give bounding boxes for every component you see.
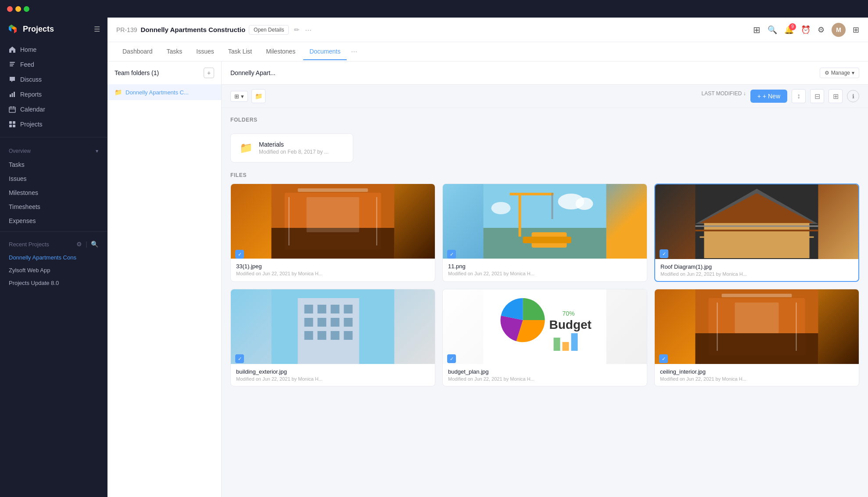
sidebar-sub-expenses[interactable]: Expenses bbox=[0, 214, 107, 228]
project-name: Donnelly Apartments Constructio bbox=[140, 26, 245, 33]
feed-icon bbox=[9, 61, 16, 68]
sidebar-sub-milestones[interactable]: Milestones bbox=[0, 186, 107, 200]
project-tabs: Dashboard Tasks Issues Task List Milesto… bbox=[108, 42, 868, 61]
svg-rect-27 bbox=[523, 237, 571, 243]
sidebar-sub-issues[interactable]: Issues bbox=[0, 172, 107, 186]
file-name-4: budget_plan.jpg bbox=[448, 368, 642, 375]
recent-item-projects-update[interactable]: Projects Update 8.0 bbox=[0, 277, 107, 289]
sidebar-item-reports[interactable]: Reports bbox=[0, 87, 107, 102]
new-folder-button[interactable]: 📁 bbox=[251, 89, 265, 103]
view-grid-icon: ⊞ bbox=[234, 93, 239, 100]
toolbar-left: ⊞ ▾ 📁 bbox=[230, 89, 265, 103]
tab-issues[interactable]: Issues bbox=[190, 43, 220, 60]
traffic-lights bbox=[7, 6, 29, 12]
file-thumbnail-3 bbox=[231, 289, 435, 364]
tab-milestones[interactable]: Milestones bbox=[260, 43, 301, 60]
open-details-button[interactable]: Open Details bbox=[249, 25, 289, 35]
svg-text:Budget: Budget bbox=[549, 318, 592, 331]
avatar[interactable]: M bbox=[832, 23, 846, 37]
svg-rect-50 bbox=[331, 331, 340, 340]
grid-icon[interactable]: ⊞ bbox=[853, 25, 859, 35]
svg-rect-23 bbox=[519, 193, 521, 237]
tab-tasks[interactable]: Tasks bbox=[161, 43, 189, 60]
sidebar-item-calendar[interactable]: Calendar bbox=[0, 102, 107, 117]
calendar-label: Calendar bbox=[20, 106, 45, 113]
sidebar: Projects ☰ Home Feed Discuss Reports bbox=[0, 18, 108, 497]
new-button[interactable]: + + New bbox=[750, 90, 787, 103]
timer-icon[interactable]: ⏰ bbox=[801, 25, 811, 35]
sidebar-item-projects[interactable]: Projects bbox=[0, 117, 107, 132]
sidebar-sub-tasks[interactable]: Tasks bbox=[0, 158, 107, 172]
file-card-0[interactable]: ✓ 33(1).jpeg Modified on Jun 22, 2021 by… bbox=[230, 184, 435, 282]
recent-projects-header: Recent Projects ⚙ | 🔍 bbox=[0, 235, 107, 251]
file-meta-0: Modified on Jun 22, 2021 by Monica H... bbox=[236, 271, 430, 276]
svg-rect-18 bbox=[307, 197, 359, 232]
add-folder-button[interactable]: + bbox=[204, 68, 214, 78]
sidebar-item-home[interactable]: Home bbox=[0, 42, 107, 57]
tab-dashboard[interactable]: Dashboard bbox=[116, 43, 159, 60]
manage-button[interactable]: ⚙ Manage ▾ bbox=[820, 68, 859, 78]
minimize-button[interactable] bbox=[15, 6, 21, 12]
folders-section: FOLDERS 📁 Materials Modified on Feb 8, 2… bbox=[230, 117, 859, 162]
settings-icon[interactable]: ⚙ bbox=[818, 25, 825, 35]
home-label: Home bbox=[20, 46, 36, 53]
file-card-4[interactable]: Budget 70% ✓ bbox=[442, 289, 647, 386]
svg-rect-4 bbox=[12, 93, 13, 97]
notifications-icon[interactable]: 🔔 9 bbox=[784, 25, 794, 35]
add-icon[interactable]: ⊞ bbox=[753, 25, 760, 35]
sidebar-item-discuss[interactable]: Discuss bbox=[0, 72, 107, 87]
close-button[interactable] bbox=[7, 6, 13, 12]
edit-icon[interactable]: ✏ bbox=[294, 26, 300, 34]
chevron-down-icon: ▾ bbox=[852, 70, 854, 76]
svg-rect-45 bbox=[318, 318, 326, 327]
svg-rect-43 bbox=[344, 305, 353, 313]
materials-folder-icon: 📁 bbox=[240, 142, 253, 154]
tabs-more-icon[interactable]: ⋯ bbox=[348, 44, 360, 60]
view-toggle-button[interactable]: ⊞ ▾ bbox=[230, 91, 248, 102]
home-icon bbox=[9, 46, 16, 53]
sort-direction-button[interactable]: ↕ bbox=[792, 89, 806, 103]
file-check-1: ✓ bbox=[447, 250, 456, 259]
menu-icon[interactable]: ☰ bbox=[94, 25, 100, 33]
file-meta-2: Modified on Jun 22, 2021 by Monica H... bbox=[660, 271, 853, 277]
sort-label[interactable]: LAST MODIFIED ↓ bbox=[702, 90, 746, 97]
grid-view-button[interactable]: ⊞ bbox=[829, 89, 843, 103]
file-card-2[interactable]: ✓ Roof Diagram(1).jpg Modified on Jun 22… bbox=[654, 184, 859, 282]
project-id: PR-139 bbox=[116, 26, 137, 33]
maximize-button[interactable] bbox=[24, 6, 29, 12]
tab-task-list[interactable]: Task List bbox=[222, 43, 258, 60]
file-card-5[interactable]: ✓ ceiling_interior.jpg Modified on Jun 2… bbox=[654, 289, 859, 386]
svg-rect-12 bbox=[9, 125, 12, 127]
recent-item-donnelly[interactable]: Donnelly Apartments Cons bbox=[0, 251, 107, 264]
svg-rect-17 bbox=[272, 228, 395, 259]
overview-arrow[interactable]: ▾ bbox=[96, 148, 98, 154]
search-header-icon[interactable]: 🔍 bbox=[768, 25, 777, 35]
tab-documents[interactable]: Documents bbox=[303, 43, 347, 60]
sidebar-header: Projects ☰ bbox=[0, 18, 107, 40]
info-button[interactable]: ℹ bbox=[847, 90, 859, 102]
svg-rect-46 bbox=[331, 318, 340, 327]
materials-folder-card[interactable]: 📁 Materials Modified on Feb 8, 2017 by .… bbox=[230, 133, 353, 162]
svg-text:70%: 70% bbox=[563, 310, 575, 317]
search-icon[interactable]: 🔍 bbox=[91, 241, 98, 248]
file-card-3[interactable]: ✓ building_exterior.jpg Modified on Jun … bbox=[230, 289, 435, 386]
sidebar-sub-timesheets[interactable]: Timesheets bbox=[0, 200, 107, 214]
plus-icon: + bbox=[757, 93, 761, 100]
file-card-1[interactable]: ✓ 11.png Modified on Jun 22, 2021 by Mon… bbox=[442, 184, 647, 282]
reports-icon bbox=[9, 91, 16, 98]
svg-rect-25 bbox=[552, 193, 553, 219]
sidebar-item-feed[interactable]: Feed bbox=[0, 57, 107, 72]
doc-content: FOLDERS 📁 Materials Modified on Feb 8, 2… bbox=[222, 108, 868, 395]
filter-icon[interactable]: ⚙ bbox=[76, 241, 82, 248]
file-name-2: Roof Diagram(1).jpg bbox=[660, 263, 853, 270]
svg-rect-3 bbox=[10, 94, 11, 97]
materials-folder-name: Materials bbox=[259, 141, 329, 148]
more-options-icon[interactable]: ⋯ bbox=[305, 26, 312, 34]
folder-item-donnelly[interactable]: 📁 Donnelly Apartments C... bbox=[108, 84, 221, 100]
svg-rect-44 bbox=[305, 318, 313, 327]
svg-rect-51 bbox=[344, 331, 353, 340]
file-thumbnail-5 bbox=[655, 289, 859, 364]
file-thumbnail-0 bbox=[231, 184, 435, 259]
recent-item-zylsoft[interactable]: Zylsoft Web App bbox=[0, 264, 107, 277]
filter-button[interactable]: ⊟ bbox=[810, 89, 824, 103]
